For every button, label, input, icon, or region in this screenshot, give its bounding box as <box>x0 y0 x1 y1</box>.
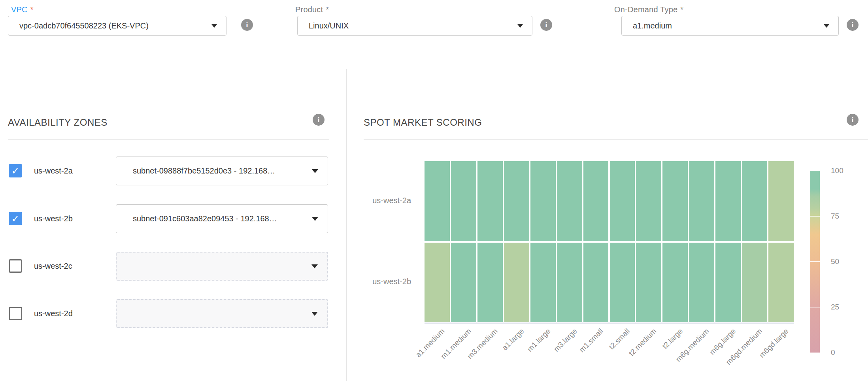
color-scale-tick <box>810 307 820 307</box>
heatmap-cell-us-west-2a-m1.large[interactable] <box>530 161 556 241</box>
heatmap-cell-us-west-2a-a1.large[interactable] <box>504 161 529 241</box>
vpc-label: VPC* <box>11 5 34 14</box>
heatmap-cell-us-west-2b-t2.small[interactable] <box>610 243 635 323</box>
heatmap-cell-us-west-2a-a1.medium[interactable] <box>425 161 450 241</box>
on-demand-type-info-icon[interactable]: i <box>847 19 859 31</box>
heatmap-cell-us-west-2a-m6gd.medium[interactable] <box>742 161 767 241</box>
heatmap-cell-us-west-2b-m6gd.medium[interactable] <box>742 243 767 323</box>
az-zone-label: us-west-2a <box>34 157 73 185</box>
product-info-icon[interactable]: i <box>540 19 552 31</box>
az-checkbox-us-west-2c[interactable] <box>9 259 22 273</box>
page: VPC* vpc-0adcb70f645508223 (EKS-VPC) i P… <box>0 0 868 381</box>
heatmap-cell-us-west-2b-t2.medium[interactable] <box>636 243 661 323</box>
x-axis-label: t2.large <box>660 327 684 351</box>
caret-down-icon <box>312 169 318 173</box>
heatmap-cell-us-west-2a-t2.small[interactable] <box>610 161 635 241</box>
heatmap-cell-us-west-2b-m6g.large[interactable] <box>715 243 741 323</box>
subnet-select-us-west-2c[interactable] <box>116 252 328 281</box>
vpc-label-text: VPC <box>11 5 28 14</box>
product-required-marker: * <box>326 5 329 14</box>
az-checkbox-us-west-2b[interactable]: ✓ <box>9 212 22 225</box>
y-axis-label: us-west-2b <box>328 277 411 286</box>
caret-down-icon <box>311 264 318 268</box>
caret-down-icon <box>211 24 217 28</box>
heatmap-cell-us-west-2a-m3.medium[interactable] <box>477 161 503 241</box>
heatmap-cell-us-west-2b-m6g.medium[interactable] <box>689 243 714 323</box>
subnet-select-us-west-2b[interactable]: subnet-091c603aa82e09453 - 192.168… <box>116 204 328 233</box>
caret-down-icon <box>312 217 318 221</box>
heatmap-cell-us-west-2b-m6gd.large[interactable] <box>768 243 794 323</box>
az-row-us-west-2a: ✓us-west-2asubnet-09888f7be5152d0e3 - 19… <box>8 157 336 185</box>
availability-zones-divider <box>8 139 329 140</box>
heatmap-cell-us-west-2b-m1.medium[interactable] <box>451 243 476 323</box>
vpc-required-marker: * <box>30 5 34 14</box>
availability-zones-info-icon[interactable]: i <box>313 114 325 126</box>
x-axis-label: m3.large <box>552 327 579 354</box>
vpc-select[interactable]: vpc-0adcb70f645508223 (EKS-VPC) <box>8 16 226 36</box>
on-demand-type-required-marker: * <box>680 5 683 14</box>
on-demand-type-label-text: On-Demand Type <box>614 5 677 14</box>
caret-down-icon <box>517 24 523 28</box>
vpc-info-icon[interactable]: i <box>241 19 253 31</box>
color-scale-label: 75 <box>831 212 859 221</box>
x-axis-label: m1.small <box>578 327 605 354</box>
on-demand-type-label: On-Demand Type* <box>614 5 683 14</box>
subnet-select-value: subnet-09888f7be5152d0e3 - 192.168… <box>133 166 275 175</box>
heatmap-cell-us-west-2b-m3.medium[interactable] <box>477 243 503 323</box>
heatmap-cell-us-west-2a-t2.large[interactable] <box>662 161 688 241</box>
spot-market-scoring-info-icon[interactable]: i <box>847 114 859 126</box>
heatmap-cell-us-west-2b-a1.large[interactable] <box>504 243 529 323</box>
heatmap-cell-us-west-2a-m1.small[interactable] <box>583 161 609 241</box>
on-demand-type-select-value: a1.medium <box>633 21 672 30</box>
y-axis-label: us-west-2a <box>328 196 411 205</box>
caret-down-icon <box>311 312 318 316</box>
heatmap-cell-us-west-2a-t2.medium[interactable] <box>636 161 661 241</box>
heatmap-cell-us-west-2a-m1.medium[interactable] <box>451 161 476 241</box>
heatmap-cell-us-west-2a-m6g.medium[interactable] <box>689 161 714 241</box>
x-axis-label: t2.medium <box>627 327 658 358</box>
subnet-select-us-west-2d[interactable] <box>116 299 328 328</box>
availability-zones-title: AVAILABILITY ZONES <box>8 117 108 128</box>
subnet-select-us-west-2a[interactable]: subnet-09888f7be5152d0e3 - 192.168… <box>116 157 328 185</box>
color-scale <box>810 171 820 353</box>
section-divider <box>346 69 347 381</box>
product-select[interactable]: Linux/UNIX <box>297 16 532 36</box>
heatmap-cell-us-west-2a-m6g.large[interactable] <box>715 161 741 241</box>
heatmap-cell-us-west-2b-a1.medium[interactable] <box>425 243 450 323</box>
product-label-text: Product <box>295 5 323 14</box>
heatmap-cell-us-west-2a-m3.large[interactable] <box>557 161 582 241</box>
heatmap-cell-us-west-2b-m3.large[interactable] <box>557 243 582 323</box>
spot-market-scoring-divider <box>364 139 868 140</box>
x-axis-line <box>425 323 794 324</box>
caret-down-icon <box>823 24 830 28</box>
az-row-us-west-2b: ✓us-west-2bsubnet-091c603aa82e09453 - 19… <box>8 204 336 233</box>
vpc-select-value: vpc-0adcb70f645508223 (EKS-VPC) <box>19 21 149 30</box>
color-scale-label: 100 <box>831 166 859 175</box>
color-scale-tick <box>810 261 820 262</box>
subnet-select-value: subnet-091c603aa82e09453 - 192.168… <box>133 214 277 223</box>
az-zone-label: us-west-2c <box>34 252 72 281</box>
color-scale-label: 0 <box>831 348 859 357</box>
heatmap-cell-us-west-2a-m6gd.large[interactable] <box>768 161 794 241</box>
heatmap-cell-us-west-2b-m1.small[interactable] <box>583 243 609 323</box>
heatmap-cell-us-west-2b-m1.large[interactable] <box>530 243 556 323</box>
az-zone-label: us-west-2d <box>34 299 73 328</box>
az-row-us-west-2c: us-west-2c <box>8 252 336 281</box>
spot-market-scoring-title: SPOT MARKET SCORING <box>364 117 482 128</box>
az-checkbox-us-west-2d[interactable] <box>9 307 22 320</box>
az-row-us-west-2d: us-west-2d <box>8 299 336 328</box>
color-scale-tick <box>810 216 820 217</box>
x-axis-label: m1.large <box>525 327 552 354</box>
product-select-value: Linux/UNIX <box>309 21 349 30</box>
color-scale-label: 25 <box>831 303 859 311</box>
on-demand-type-select[interactable]: a1.medium <box>621 16 839 36</box>
color-scale-label: 50 <box>831 257 859 266</box>
product-label: Product* <box>295 5 329 14</box>
az-zone-label: us-west-2b <box>34 204 73 233</box>
heatmap-cell-us-west-2b-t2.large[interactable] <box>662 243 688 323</box>
az-checkbox-us-west-2a[interactable]: ✓ <box>9 164 22 177</box>
x-axis-label: t2.small <box>607 327 632 351</box>
x-axis-label: a1.large <box>500 327 526 352</box>
